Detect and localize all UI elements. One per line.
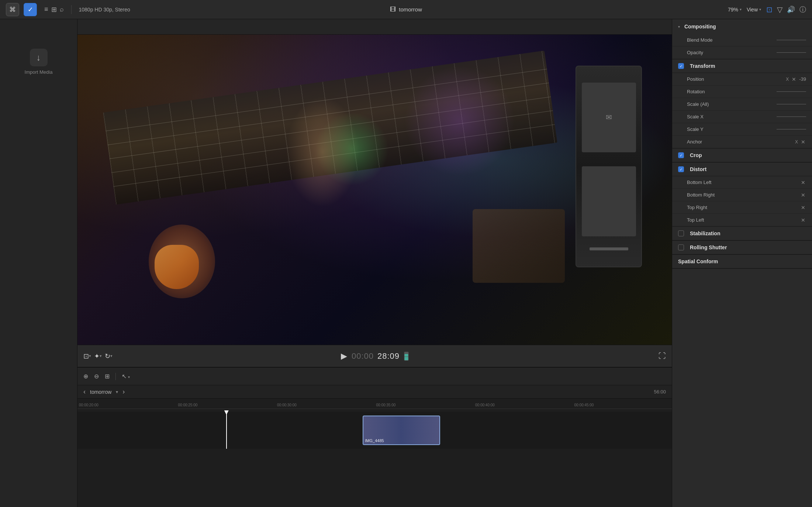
video-container: ✉ <box>77 35 672 345</box>
audio-meter <box>404 352 408 361</box>
anchor-row: Anchor X ✕ <box>672 136 812 148</box>
right-panel: ▾ Compositing Blend Mode Opacity ✓ Trans… <box>672 19 812 507</box>
search-btn[interactable]: ⌕ <box>60 6 64 13</box>
transform-checkbox[interactable]: ✓ <box>678 63 684 69</box>
toolbar-right: 79% ▾ View ▾ ⊡ ▽ 🔊 ⓘ <box>728 5 806 14</box>
timeline-add-button[interactable]: ⊕ <box>82 371 90 381</box>
timeline-duration: 56:00 <box>654 389 666 395</box>
timeline-ruler: 00:00:20:00 00:00:25:00 00:00:30:00 00:0… <box>77 399 672 409</box>
timeline-clip[interactable]: IMG_4485 <box>363 416 440 445</box>
scale-all-row: Scale (All) <box>672 98 812 111</box>
bottom-left-label: Bottom Left <box>687 180 800 185</box>
timeline-zoom-button[interactable]: ⊞ <box>103 371 111 381</box>
top-right-value: ✕ <box>800 205 806 211</box>
sync-tool-icon: ↻ <box>105 352 110 360</box>
timecode-display: 00:00 28:09 <box>352 351 400 361</box>
film-strip-icon[interactable]: ⊡ <box>766 5 773 14</box>
import-media-button[interactable]: ↓ Import Media <box>25 49 53 75</box>
position-value: X ✕ -39 <box>786 76 806 82</box>
distort-checkbox[interactable]: ✓ <box>678 166 684 172</box>
crop-header[interactable]: ✓ Crop <box>672 149 812 162</box>
format-label: 1080p HD 30p, Stereo <box>79 7 130 13</box>
view-control[interactable]: View ▾ <box>747 7 761 13</box>
timeline-add-icon: ⊕ <box>83 373 88 379</box>
sync-tool-button[interactable]: ↻ ▾ <box>105 352 113 360</box>
blend-mode-value <box>777 40 806 40</box>
device-screen-bottom <box>582 166 636 236</box>
top-right-x-button[interactable]: ✕ <box>800 205 806 211</box>
speaker-icon[interactable]: 🔊 <box>787 6 795 14</box>
crop-tool-chevron: ▾ <box>89 354 91 358</box>
clip-thumbnail: IMG_4485 <box>363 416 439 444</box>
spatial-conform-title: Spatial Conform <box>678 258 718 264</box>
ruler-mark-5: 00:00:40:00 <box>474 403 573 407</box>
scale-all-dash <box>777 104 806 104</box>
device-screen-top: ✉ <box>582 83 636 153</box>
ruler-mark-4: 00:00:35:00 <box>375 403 474 407</box>
timeline-arrow-icon: ↖ <box>122 373 127 379</box>
rolling-shutter-checkbox[interactable] <box>678 244 684 250</box>
top-right-label: Top Right <box>687 205 800 210</box>
controls-left: ⊡ ▾ ✦ ▾ ↻ ▾ <box>83 352 113 360</box>
scale-all-label: Scale (All) <box>687 101 777 107</box>
transform-checkbox-mark: ✓ <box>680 64 683 68</box>
scale-y-row: Scale Y <box>672 123 812 136</box>
rotation-row: Rotation <box>672 86 812 98</box>
stabilization-header[interactable]: Stabilization <box>672 227 812 240</box>
anchor-x-label: X <box>795 139 798 145</box>
toolbar-icons-right: ⊡ ▽ 🔊 ⓘ <box>766 5 806 14</box>
timeline-arrow-button[interactable]: ↖ ▾ <box>120 371 131 381</box>
timeline-track: IMG_4485 <box>77 412 672 449</box>
distort-header[interactable]: ✓ Distort <box>672 163 812 176</box>
bottom-left-x-button[interactable]: ✕ <box>800 180 806 185</box>
video-controls-bar: ⊡ ▾ ✦ ▾ ↻ ▾ ▶ 00:00 28:09 <box>77 345 672 367</box>
timeline-remove-icon: ⊖ <box>94 373 99 379</box>
timecode-total: 28:09 <box>377 351 400 361</box>
rolling-shutter-section: Rolling Shutter <box>672 241 812 255</box>
timeline-playhead[interactable] <box>226 412 227 449</box>
ruler-mark-1: 00:00:20:00 <box>77 403 177 407</box>
crop-checkbox[interactable]: ✓ <box>678 152 684 158</box>
compositing-collapse-arrow: ▾ <box>678 25 680 29</box>
ruler-marks: 00:00:20:00 00:00:25:00 00:00:30:00 00:0… <box>77 403 672 407</box>
ruler-mark-2: 00:00:25:00 <box>177 403 276 407</box>
timeline-nav-left[interactable]: ‹ <box>83 388 86 396</box>
blend-mode-row: Blend Mode <box>672 34 812 46</box>
distort-checkbox-mark: ✓ <box>680 167 683 171</box>
timeline-dropdown-arrow[interactable]: ▾ <box>116 389 118 395</box>
play-button[interactable]: ▶ <box>341 351 347 361</box>
spatial-conform-header[interactable]: Spatial Conform <box>672 255 812 268</box>
rolling-shutter-header[interactable]: Rolling Shutter <box>672 241 812 254</box>
crop-tool-button[interactable]: ⊡ ▾ <box>83 352 91 360</box>
format-bar <box>77 19 672 35</box>
position-x-value: -39 <box>799 76 806 82</box>
info-icon[interactable]: ⓘ <box>799 5 806 14</box>
video-background: ✉ <box>77 35 672 345</box>
position-x-button[interactable]: ✕ <box>791 76 797 82</box>
top-left-x-icon: ✕ <box>801 217 805 223</box>
scale-all-value <box>777 104 806 104</box>
stabilization-title: Stabilization <box>690 230 720 236</box>
wand-tool-button[interactable]: ✦ ▾ <box>94 352 102 360</box>
zoom-control[interactable]: 79% ▾ <box>728 7 742 13</box>
check-button[interactable]: ✓ <box>24 3 37 16</box>
filter-icon[interactable]: ▽ <box>777 5 782 14</box>
bottom-right-x-button[interactable]: ✕ <box>800 192 806 198</box>
list-view-btn[interactable]: ≡ <box>44 6 48 13</box>
stabilization-checkbox[interactable] <box>678 230 684 236</box>
compositing-header[interactable]: ▾ Compositing <box>672 19 812 34</box>
timeline-nav-right[interactable]: › <box>122 388 125 396</box>
rolling-shutter-title: Rolling Shutter <box>690 244 727 250</box>
position-label: Position <box>687 76 786 82</box>
key-button[interactable]: ⌘ <box>6 3 19 16</box>
anchor-x-button[interactable]: ✕ <box>800 139 806 145</box>
zoom-chevron: ▾ <box>740 7 742 11</box>
key-icon: ⌘ <box>9 6 16 14</box>
top-left-x-button[interactable]: ✕ <box>800 217 806 223</box>
timeline-project-label[interactable]: tomorrow <box>90 389 111 395</box>
timeline-remove-button[interactable]: ⊖ <box>93 371 100 381</box>
left-sidebar: ↓ Import Media <box>0 19 77 507</box>
transform-header[interactable]: ✓ Transform <box>672 59 812 73</box>
grid-view-btn[interactable]: ⊞ <box>51 6 57 14</box>
fullscreen-button[interactable]: ⛶ <box>659 352 666 360</box>
